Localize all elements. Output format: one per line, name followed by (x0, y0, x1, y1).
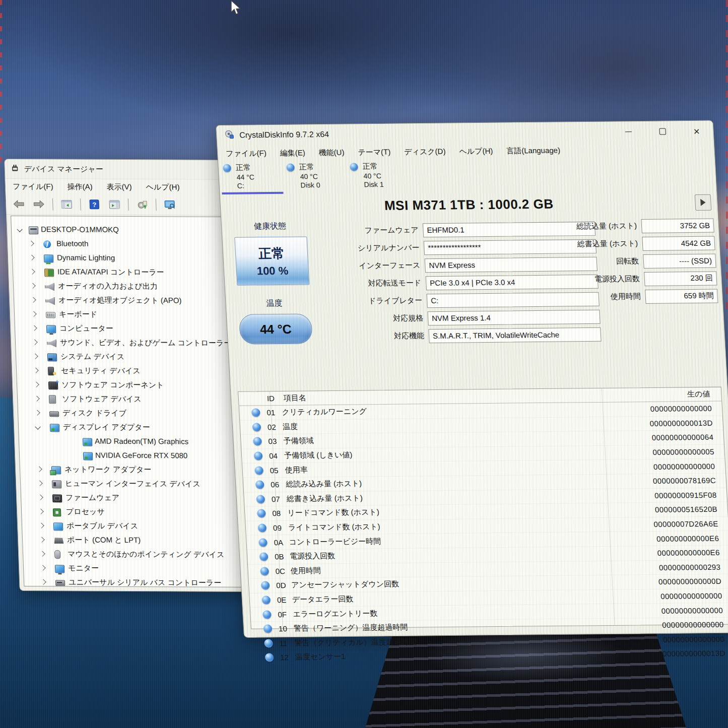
chevron-right-icon[interactable] (34, 410, 40, 416)
field-row-left-5: 対応規格NVM Express 1.4 (318, 309, 601, 326)
selected-tab-underline (222, 192, 283, 194)
smart-raw-value: 0000000000013D (629, 649, 725, 658)
health-column: 健康状態 正常 100 % 温度 44 °C (229, 218, 317, 345)
chevron-right-icon[interactable] (31, 325, 37, 331)
field-label: 回転数 (559, 256, 643, 267)
chevron-down-icon[interactable] (17, 226, 22, 232)
device-manager-menu-action[interactable]: 操作(A) (67, 182, 93, 191)
health-status-value: 正常 (258, 244, 285, 262)
crystaldiskinfo-menu-edit[interactable]: 編集(E) (280, 148, 305, 158)
back-icon[interactable] (11, 196, 27, 212)
smart-raw-value: 00000000000005 (618, 447, 714, 457)
health-orb-icon (286, 163, 295, 171)
smart-attribute-name: 使用率 (285, 462, 620, 475)
crystaldiskinfo-menu-help[interactable]: ヘルプ(H) (459, 147, 493, 157)
smart-id: 10 (279, 624, 294, 633)
computer-view-icon[interactable] (162, 197, 178, 212)
chevron-right-icon[interactable] (39, 537, 44, 543)
chevron-right-icon[interactable] (32, 340, 37, 345)
chevron-down-icon[interactable] (35, 424, 40, 430)
disk-tab-bar: 正常44 °CC:正常40 °CDisk 0正常40 °CDisk 1 (218, 158, 716, 195)
smart-header-name: 項目名 (283, 393, 306, 403)
chevron-right-icon[interactable] (34, 396, 39, 402)
computer-icon (29, 226, 39, 234)
chevron-right-icon[interactable] (28, 241, 34, 246)
scan-hardware-changes-icon[interactable] (135, 197, 150, 212)
field-row-left-6: 対応機能S.M.A.R.T., TRIM, VolatileWriteCache (319, 327, 602, 344)
crystaldiskinfo-menu-theme[interactable]: テーマ(T) (358, 148, 391, 158)
chevron-right-icon[interactable] (30, 283, 35, 289)
crystaldiskinfo-app-icon (225, 130, 235, 141)
health-orb-icon (251, 409, 260, 417)
minimize-button[interactable] (622, 126, 634, 137)
health-orb-icon (262, 610, 272, 619)
health-orb-icon (258, 538, 268, 547)
show-action-pane-icon[interactable] (107, 197, 122, 212)
crystaldiskinfo-menu-file[interactable]: ファイル(F) (226, 149, 267, 159)
device-node-label: サウンド、ビデオ、およびゲーム コントローラー (60, 338, 232, 348)
crystaldiskinfo-menu-function[interactable]: 機能(U) (318, 148, 345, 158)
crystaldiskinfo-menu-disk[interactable]: ディスク(D) (404, 147, 446, 157)
smart-attribute-name: データエラー回数 (292, 592, 627, 605)
chevron-right-icon[interactable] (32, 354, 38, 359)
field-value[interactable]: 3752 GB (641, 218, 714, 233)
health-orb-icon (263, 625, 273, 633)
health-status-box[interactable]: 正常 100 % (234, 236, 309, 285)
field-row-right-0: 総読込量 (ホスト)3752 GB (557, 218, 714, 234)
maximize-button[interactable] (656, 125, 668, 137)
field-value[interactable]: 4542 GB (642, 236, 715, 250)
close-button[interactable]: × (691, 125, 702, 137)
chevron-right-icon[interactable] (31, 311, 36, 317)
chevron-right-icon[interactable] (40, 565, 45, 571)
disk-tab-status: 正常 (299, 162, 314, 172)
field-value[interactable]: NVM Express 1.4 (427, 309, 600, 325)
smart-id: 0C (275, 567, 291, 575)
device-manager-menu-file[interactable]: ファイル(F) (13, 182, 53, 191)
chevron-right-icon[interactable] (38, 523, 44, 528)
processor-icon (53, 508, 61, 516)
chevron-right-icon[interactable] (39, 551, 45, 557)
chevron-right-icon[interactable] (38, 509, 43, 514)
disk-tab-disk1[interactable]: 正常40 °CDisk 1 (346, 161, 411, 193)
chevron-right-icon[interactable] (33, 382, 39, 387)
temperature-value: 44 °C (259, 321, 292, 337)
chevron-right-icon[interactable] (36, 467, 42, 472)
chevron-right-icon[interactable] (29, 255, 34, 260)
field-row-left-1: シリアルナンバー****************** (314, 239, 597, 256)
show-console-tree-icon[interactable] (59, 196, 75, 212)
software-component-icon (48, 381, 58, 389)
field-value[interactable]: S.M.A.R.T., TRIM, VolatileWriteCache (428, 327, 601, 343)
chevron-right-icon[interactable] (37, 481, 42, 486)
field-value[interactable]: 659 時間 (645, 289, 718, 303)
disk-tab-disk0[interactable]: 正常40 °CDisk 0 (283, 162, 348, 194)
device-node-label: キーボード (59, 309, 98, 319)
temperature-box[interactable]: 44 °C (239, 313, 313, 344)
network-icon (51, 466, 61, 474)
chevron-right-icon[interactable] (30, 297, 36, 303)
device-node-label: ファームウェア (65, 493, 120, 502)
disk-tab-c[interactable]: 正常44 °CC: (219, 163, 284, 194)
next-drive-button[interactable] (695, 194, 712, 211)
device-manager-menu-help[interactable]: ヘルプ(H) (146, 182, 180, 192)
chevron-right-icon[interactable] (40, 579, 46, 585)
forward-icon[interactable] (31, 196, 47, 212)
crystaldiskinfo-window: CrystalDiskInfo 9.7.2 x64 × ファイル(F)編集(E)… (216, 120, 728, 638)
smart-id: 04 (269, 451, 285, 460)
field-value[interactable]: ---- (SSD) (643, 253, 716, 268)
field-row-right-3: 電源投入回数230 回 (560, 271, 717, 287)
drive-fields-right: 総読込量 (ホスト)3752 GB総書込量 (ホスト)4542 GB回転数---… (557, 218, 718, 308)
crystaldiskinfo-menu-language[interactable]: 言語(Language) (506, 146, 561, 156)
smart-raw-value: 0000000000000D (625, 577, 721, 586)
chevron-right-icon[interactable] (29, 269, 35, 275)
toolbar-separator (128, 198, 129, 211)
smart-raw-value: 00000007D26A6E (622, 519, 718, 529)
field-value[interactable]: 230 回 (644, 271, 717, 286)
health-orb-icon (254, 466, 263, 475)
help-icon[interactable]: ? (87, 197, 102, 212)
chevron-right-icon[interactable] (37, 495, 43, 500)
device-node-label: ユニバーサル シリアル バス コントローラー (69, 577, 222, 587)
device-node-label: ヒューマン インターフェイス デバイス (65, 479, 201, 489)
chevron-right-icon[interactable] (33, 368, 38, 373)
system-devices-icon (47, 353, 57, 361)
device-manager-menu-view[interactable]: 表示(V) (106, 182, 132, 191)
